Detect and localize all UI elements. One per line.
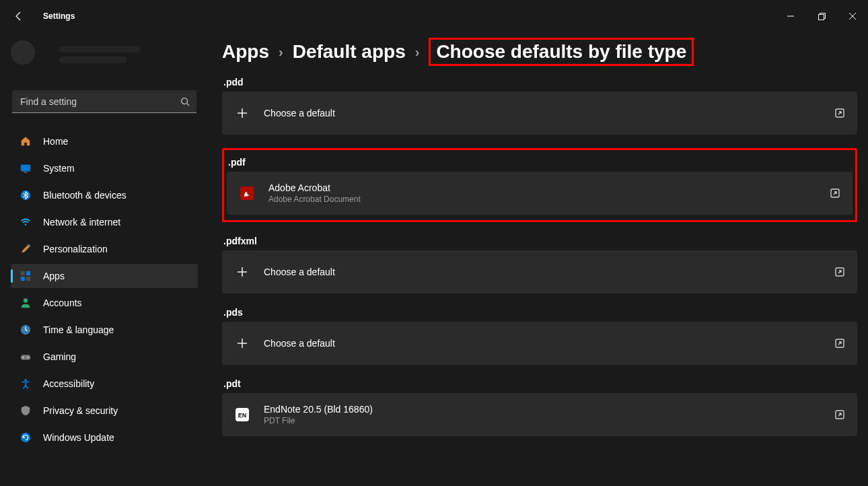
endnote-icon: EN — [234, 407, 250, 423]
nav-accounts[interactable]: Accounts — [11, 291, 198, 315]
svg-point-21 — [21, 433, 30, 442]
brush-icon — [19, 242, 32, 256]
card-subtitle: Adobe Acrobat Document — [268, 195, 816, 204]
open-icon — [830, 188, 840, 199]
filetype-label: .pdd — [223, 77, 857, 88]
nav-home[interactable]: Home — [11, 129, 198, 153]
svg-rect-7 — [24, 172, 27, 172]
card-title: Choose a default — [264, 338, 821, 349]
card-subtitle: PDT File — [264, 416, 821, 425]
svg-rect-1 — [818, 14, 824, 20]
svg-point-4 — [182, 98, 188, 104]
content-area: Home System Bluetooth & devices Network … — [0, 32, 868, 486]
svg-point-19 — [28, 357, 29, 358]
gamepad-icon — [19, 350, 32, 363]
update-icon — [19, 431, 32, 444]
person-icon — [19, 296, 32, 310]
adobe-acrobat-icon — [239, 185, 255, 201]
filetype-label: .pds — [223, 307, 857, 318]
svg-point-15 — [24, 298, 28, 302]
open-icon — [834, 267, 845, 277]
close-button[interactable] — [837, 5, 868, 27]
window-title: Settings — [43, 11, 75, 21]
plus-icon — [234, 335, 250, 351]
minimize-icon — [787, 13, 794, 20]
chevron-right-icon: › — [415, 44, 420, 60]
back-button[interactable] — [5, 3, 32, 30]
breadcrumb-current: Choose defaults by file type — [429, 38, 694, 66]
svg-text:EN: EN — [238, 412, 247, 419]
card-title: Adobe Acrobat — [268, 182, 816, 193]
svg-rect-12 — [26, 271, 30, 275]
nav-personalization[interactable]: Personalization — [11, 237, 198, 261]
filetype-label: .pdfxml — [223, 236, 857, 246]
filetype-label: .pdt — [223, 378, 857, 389]
default-app-card[interactable]: EN EndNote 20.5 (Bld 16860) PDT File — [222, 393, 857, 436]
nav-gaming[interactable]: Gaming — [11, 345, 198, 369]
nav-label: Time & language — [43, 324, 114, 335]
nav-system[interactable]: System — [11, 156, 198, 180]
choose-default-card[interactable]: Choose a default — [222, 250, 857, 293]
titlebar: Settings — [0, 0, 868, 32]
svg-point-18 — [23, 357, 24, 358]
search-input[interactable] — [12, 90, 196, 113]
wifi-icon — [19, 215, 32, 229]
choose-default-card[interactable]: Choose a default — [222, 92, 857, 135]
accessibility-icon — [19, 377, 32, 390]
chevron-right-icon: › — [279, 44, 283, 60]
search-wrap — [12, 90, 196, 113]
filetype-group-pdfxml: .pdfxml Choose a default — [222, 236, 857, 293]
clock-icon — [19, 323, 32, 337]
filetype-group-pdf: .pdf Adobe Acrobat Adobe Acrobat Documen… — [222, 148, 857, 222]
arrow-left-icon — [13, 11, 24, 22]
open-icon — [834, 108, 845, 118]
breadcrumb: Apps › Default apps › Choose defaults by… — [222, 38, 857, 66]
plus-icon — [234, 264, 250, 280]
svg-rect-14 — [26, 277, 30, 281]
default-app-card[interactable]: Adobe Acrobat Adobe Acrobat Document — [227, 172, 853, 215]
nav-network[interactable]: Network & internet — [11, 210, 198, 234]
breadcrumb-apps[interactable]: Apps — [222, 41, 269, 63]
sidebar: Home System Bluetooth & devices Network … — [0, 32, 209, 486]
maximize-button[interactable] — [806, 5, 837, 27]
filetype-group-pds: .pds Choose a default — [222, 307, 857, 365]
card-title: Choose a default — [264, 267, 821, 277]
open-icon — [834, 409, 845, 420]
window-controls — [775, 5, 868, 27]
apps-icon — [19, 269, 32, 283]
minimize-button[interactable] — [775, 5, 806, 27]
nav-label: Windows Update — [43, 432, 114, 443]
bluetooth-icon — [19, 188, 32, 202]
svg-rect-11 — [21, 271, 25, 275]
nav-label: Accounts — [43, 298, 82, 308]
profile-placeholder — [11, 40, 198, 78]
nav-label: Apps — [43, 271, 65, 281]
nav-accessibility[interactable]: Accessibility — [11, 372, 198, 396]
filetype-group-pdt: .pdt EN EndNote 20.5 (Bld 16860) PDT Fil… — [222, 378, 857, 436]
nav-bluetooth[interactable]: Bluetooth & devices — [11, 183, 198, 207]
svg-rect-17 — [21, 355, 30, 359]
nav-label: Bluetooth & devices — [43, 190, 126, 201]
choose-default-card[interactable]: Choose a default — [222, 322, 857, 365]
system-icon — [19, 162, 32, 175]
nav-label: Home — [43, 136, 68, 147]
main-panel: Apps › Default apps › Choose defaults by… — [209, 32, 868, 486]
close-icon — [849, 13, 856, 20]
maximize-icon — [818, 13, 826, 20]
nav-label: Accessibility — [43, 378, 94, 389]
card-title: EndNote 20.5 (Bld 16860) — [264, 404, 821, 415]
breadcrumb-default-apps[interactable]: Default apps — [293, 41, 406, 63]
card-title: Choose a default — [264, 108, 821, 118]
nav-privacy[interactable]: Privacy & security — [11, 398, 198, 423]
filetype-label: .pdf — [228, 157, 854, 168]
nav-label: Network & internet — [43, 217, 120, 228]
nav-label: Privacy & security — [43, 405, 118, 416]
search-icon — [180, 97, 190, 106]
shield-icon — [19, 404, 32, 417]
svg-point-9 — [25, 223, 27, 225]
home-icon — [19, 135, 32, 148]
nav-label: Gaming — [43, 351, 76, 362]
nav-time[interactable]: Time & language — [11, 318, 198, 342]
nav-update[interactable]: Windows Update — [11, 425, 198, 450]
nav-apps[interactable]: Apps — [11, 264, 198, 288]
